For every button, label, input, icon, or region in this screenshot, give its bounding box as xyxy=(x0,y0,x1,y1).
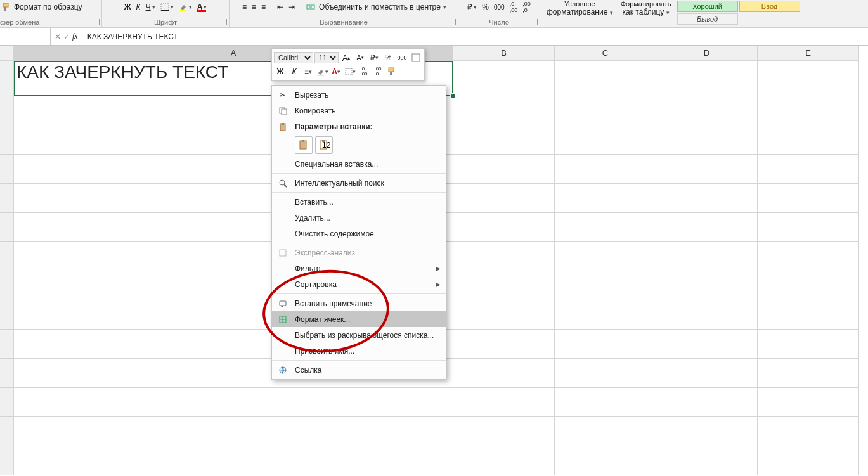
cell[interactable] xyxy=(758,61,859,96)
cell[interactable] xyxy=(14,446,453,475)
cell[interactable] xyxy=(656,155,758,184)
cell[interactable] xyxy=(656,359,758,388)
cell[interactable] xyxy=(555,417,656,446)
cell[interactable] xyxy=(453,446,555,475)
paste-values-button[interactable]: 123 xyxy=(315,136,333,154)
cell[interactable] xyxy=(656,330,758,359)
fill-color-button[interactable]: ▾ xyxy=(178,1,193,13)
decrease-decimal-button[interactable]: ,00,0 xyxy=(521,0,532,15)
mini-bold-button[interactable]: Ж xyxy=(274,65,287,78)
cell[interactable] xyxy=(555,213,656,242)
cell[interactable] xyxy=(656,300,758,330)
cell[interactable] xyxy=(656,184,758,213)
cell[interactable] xyxy=(453,271,555,300)
cell[interactable] xyxy=(555,359,656,388)
cell[interactable] xyxy=(758,213,859,242)
mini-thousands-button[interactable]: 000 xyxy=(396,51,408,64)
mini-font-color-button[interactable]: А▾ xyxy=(330,65,342,78)
cell[interactable] xyxy=(453,300,555,330)
cell[interactable] xyxy=(758,96,859,125)
cell[interactable] xyxy=(758,271,859,300)
mini-fill-color-button[interactable]: ▾ xyxy=(316,65,328,78)
row-header[interactable] xyxy=(0,96,14,125)
mini-format-painter-icon[interactable] xyxy=(385,65,398,78)
cell[interactable] xyxy=(453,96,555,125)
column-header-B[interactable]: B xyxy=(453,46,555,61)
cell[interactable] xyxy=(555,125,656,155)
name-box[interactable] xyxy=(0,28,51,45)
cm-sort[interactable]: Сортировка▶ xyxy=(272,276,446,292)
column-header-E[interactable]: E xyxy=(758,46,859,61)
cell[interactable] xyxy=(656,388,758,417)
cell[interactable] xyxy=(453,155,555,184)
cell[interactable] xyxy=(555,61,656,96)
cell[interactable] xyxy=(758,330,859,359)
mini-dec-decimal-button[interactable]: ,00,0 xyxy=(372,65,384,78)
row-header[interactable] xyxy=(0,61,14,96)
row-header[interactable] xyxy=(0,125,14,155)
cell[interactable] xyxy=(656,61,758,96)
mini-currency-button[interactable]: ₽▾ xyxy=(368,51,380,64)
row-header[interactable] xyxy=(0,184,14,213)
currency-button[interactable]: ₽▾ xyxy=(466,1,478,13)
row-header[interactable] xyxy=(0,213,14,242)
mini-borders-button[interactable] xyxy=(410,51,422,64)
cell-style-input[interactable]: Ввод xyxy=(739,1,800,12)
format-painter-button[interactable]: Формат по образцу xyxy=(14,3,82,11)
cm-link[interactable]: Ссылка xyxy=(272,362,446,378)
cm-smart-lookup[interactable]: Интеллектуальный поиск xyxy=(272,175,446,191)
cm-clear-contents[interactable]: Очистить содержимое xyxy=(272,226,446,241)
cell[interactable] xyxy=(555,300,656,330)
insert-function-button[interactable]: fx xyxy=(72,32,78,41)
cm-copy[interactable]: Копировать xyxy=(272,103,446,119)
cell[interactable] xyxy=(14,388,453,417)
mini-italic-button[interactable]: К xyxy=(288,65,301,78)
cell[interactable] xyxy=(656,446,758,475)
cm-cut[interactable]: ✂ Вырезать xyxy=(272,87,446,103)
cm-define-name[interactable]: Присвоить имя... xyxy=(272,343,446,359)
shrink-font-icon[interactable]: A▾ xyxy=(354,51,366,64)
cell[interactable] xyxy=(555,155,656,184)
cell[interactable] xyxy=(453,184,555,213)
cell[interactable] xyxy=(453,125,555,155)
border-button[interactable]: ▾ xyxy=(159,1,175,13)
thousands-button[interactable]: 000 xyxy=(493,3,506,12)
font-color-button[interactable]: А▾ xyxy=(196,1,209,13)
cell[interactable] xyxy=(758,417,859,446)
cell[interactable] xyxy=(555,271,656,300)
accept-formula-button[interactable]: ✓ xyxy=(63,32,70,41)
cell[interactable] xyxy=(758,300,859,330)
cell[interactable] xyxy=(453,330,555,359)
cell[interactable] xyxy=(555,330,656,359)
cell[interactable] xyxy=(758,155,859,184)
cell[interactable] xyxy=(656,96,758,125)
worksheet[interactable]: ABCDE КАК ЗАЧЕРКНУТЬ ТЕКСТ Calibri 11 A▴… xyxy=(0,46,868,476)
cell[interactable] xyxy=(656,125,758,155)
percent-button[interactable]: % xyxy=(481,1,490,13)
mini-percent-button[interactable]: % xyxy=(382,51,394,64)
format-as-table-button[interactable]: как таблицу ▾ xyxy=(623,8,670,16)
cell[interactable] xyxy=(656,417,758,446)
cell[interactable] xyxy=(453,359,555,388)
row-header[interactable] xyxy=(0,359,14,388)
cell-style-good[interactable]: Хороший xyxy=(677,1,738,12)
cm-format-cells[interactable]: Формат ячеек... xyxy=(272,311,446,327)
cell[interactable] xyxy=(453,61,555,96)
cell[interactable] xyxy=(555,184,656,213)
cell[interactable] xyxy=(14,417,453,446)
cell[interactable] xyxy=(656,271,758,300)
mini-inc-decimal-button[interactable]: ,0,00 xyxy=(358,65,370,78)
align-top-button[interactable]: ≡ xyxy=(241,1,248,13)
column-header-C[interactable]: C xyxy=(555,46,656,61)
row-header[interactable] xyxy=(0,271,14,300)
cell[interactable] xyxy=(758,242,859,271)
cell[interactable] xyxy=(555,388,656,417)
cm-delete[interactable]: Удалить... xyxy=(272,210,446,226)
cell[interactable] xyxy=(758,359,859,388)
cm-insert-comment[interactable]: Вставить примечание xyxy=(272,295,446,311)
cell[interactable] xyxy=(453,242,555,271)
cm-insert[interactable]: Вставить... xyxy=(272,194,446,210)
row-header[interactable] xyxy=(0,446,14,475)
cell[interactable] xyxy=(555,96,656,125)
mini-align-button[interactable]: ≡▾ xyxy=(302,65,314,78)
